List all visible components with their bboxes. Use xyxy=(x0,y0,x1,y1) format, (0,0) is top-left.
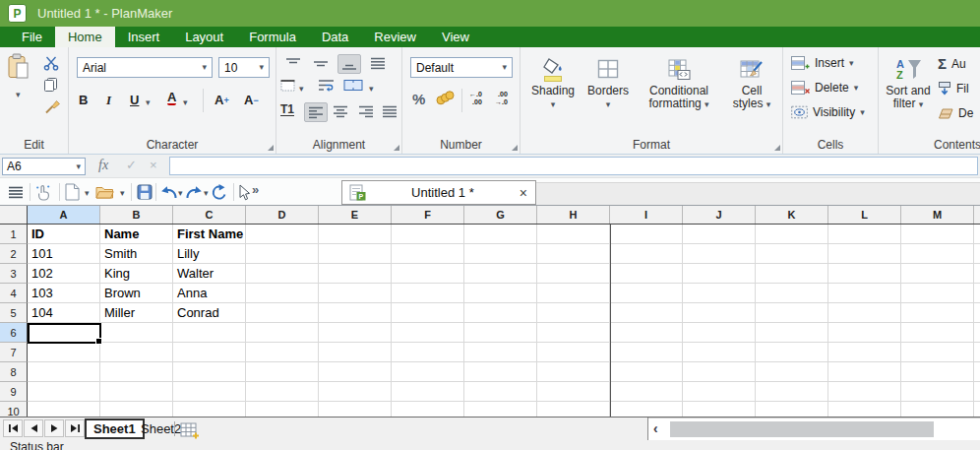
cell-D10[interactable] xyxy=(246,402,319,417)
cell-A3[interactable]: 102 xyxy=(28,264,100,284)
row-header-3[interactable]: 3 xyxy=(0,264,28,284)
cell-M8[interactable] xyxy=(901,362,974,382)
cell-A8[interactable] xyxy=(28,362,100,382)
cell-J10[interactable] xyxy=(683,402,756,417)
cell-G2[interactable] xyxy=(464,244,537,264)
cell-H1[interactable] xyxy=(537,225,610,244)
cell-D2[interactable] xyxy=(246,244,319,264)
cell-styles-caret-icon[interactable]: ▾ xyxy=(766,99,771,109)
undo-caret-icon[interactable]: ▾ xyxy=(178,189,183,198)
cell-C1[interactable]: First Name xyxy=(173,225,246,244)
cell-B10[interactable] xyxy=(100,402,173,417)
delete-contents-button[interactable]: De xyxy=(938,106,973,120)
format-painter-button[interactable] xyxy=(43,98,60,115)
cell-H4[interactable] xyxy=(537,284,610,303)
cell-E6[interactable] xyxy=(319,323,392,343)
font-name-combobox[interactable]: Arial ▾ xyxy=(77,57,213,78)
font-name-caret-icon[interactable]: ▾ xyxy=(202,63,207,72)
column-header-C[interactable]: C xyxy=(173,206,246,224)
column-header-A[interactable]: A xyxy=(28,206,100,224)
delete-cells-button[interactable]: Delete ▾ xyxy=(791,81,858,95)
cell-J9[interactable] xyxy=(683,382,756,402)
cell-N4[interactable] xyxy=(974,284,980,303)
row-header-9[interactable]: 9 xyxy=(0,382,28,402)
cell-E5[interactable] xyxy=(319,303,392,323)
format-dialog-launcher[interactable] xyxy=(774,145,780,151)
cell-E4[interactable] xyxy=(319,284,392,303)
cell-G10[interactable] xyxy=(464,402,537,417)
cell-K10[interactable] xyxy=(756,402,828,417)
cell-C9[interactable] xyxy=(173,382,246,402)
cell-A7[interactable] xyxy=(28,343,100,362)
cell-C3[interactable]: Walter xyxy=(173,264,246,284)
column-header-J[interactable]: J xyxy=(683,206,756,224)
shading-button[interactable]: Shading ▾ xyxy=(526,53,580,110)
alignment-dialog-launcher[interactable] xyxy=(394,145,399,151)
cell-I2[interactable] xyxy=(610,244,683,264)
cell-K7[interactable] xyxy=(756,343,828,362)
row-header-6[interactable]: 6 xyxy=(0,323,28,343)
cell-A10[interactable] xyxy=(28,402,100,417)
cell-N3[interactable] xyxy=(974,264,980,284)
redo-caret-icon[interactable]: ▾ xyxy=(204,189,209,198)
cell-C7[interactable] xyxy=(173,343,246,362)
cell-B9[interactable] xyxy=(100,382,173,402)
font-size-caret-icon[interactable]: ▾ xyxy=(259,63,264,72)
new-document-button[interactable] xyxy=(65,182,80,202)
merge-cells-caret-icon[interactable]: ▾ xyxy=(369,85,374,94)
cell-D7[interactable] xyxy=(246,343,319,362)
cell-F8[interactable] xyxy=(392,362,464,382)
cell-J8[interactable] xyxy=(683,362,756,382)
shrink-font-button[interactable]: A− xyxy=(244,93,259,107)
cell-I6[interactable] xyxy=(610,323,683,343)
horizontal-scrollbar-thumb[interactable] xyxy=(670,421,934,437)
font-color-button[interactable]: A xyxy=(167,91,176,105)
cell-I1[interactable] xyxy=(610,225,683,244)
cell-B1[interactable]: Name xyxy=(100,225,173,244)
cell-H7[interactable] xyxy=(537,343,610,362)
open-document-button[interactable] xyxy=(95,182,114,202)
cell-D4[interactable] xyxy=(246,284,319,303)
cell-L8[interactable] xyxy=(828,362,901,382)
cell-M6[interactable] xyxy=(901,323,974,343)
cell-M5[interactable] xyxy=(901,303,974,323)
add-decimal-button[interactable]: ←.0.00 xyxy=(469,91,482,105)
cell-L5[interactable] xyxy=(828,303,901,323)
conditional-formatting-button[interactable]: Conditional formatting ▾ xyxy=(639,53,719,110)
cell-F1[interactable] xyxy=(392,225,464,244)
text-orientation-button[interactable]: T1 xyxy=(280,103,294,116)
cell-N9[interactable] xyxy=(974,382,980,402)
cell-C6[interactable] xyxy=(173,323,246,343)
cell-C10[interactable] xyxy=(173,402,246,417)
autosum-button[interactable]: Σ Au xyxy=(938,55,966,72)
cell-J5[interactable] xyxy=(683,303,756,323)
bold-button[interactable]: B xyxy=(79,93,88,107)
cell-G4[interactable] xyxy=(464,284,537,303)
cell-H5[interactable] xyxy=(537,303,610,323)
cell-I8[interactable] xyxy=(610,362,683,382)
cell-J4[interactable] xyxy=(683,284,756,303)
percent-format-button[interactable]: % xyxy=(412,91,425,107)
cell-C8[interactable] xyxy=(173,362,246,382)
cell-N6[interactable] xyxy=(974,323,980,343)
cell-H9[interactable] xyxy=(537,382,610,402)
cell-G9[interactable] xyxy=(464,382,537,402)
cell-G7[interactable] xyxy=(464,343,537,362)
cell-H10[interactable] xyxy=(537,402,610,417)
repeat-button[interactable] xyxy=(211,182,227,202)
paste-button[interactable] xyxy=(8,53,30,80)
grow-font-button[interactable]: A+ xyxy=(214,93,229,107)
cell-L7[interactable] xyxy=(828,343,901,362)
visibility-button[interactable]: Visibility ▾ xyxy=(791,105,865,119)
column-header-D[interactable]: D xyxy=(246,206,319,224)
column-header-K[interactable]: K xyxy=(756,206,828,224)
cell-L2[interactable] xyxy=(828,244,901,264)
cell-D6[interactable] xyxy=(246,323,319,343)
cell-F6[interactable] xyxy=(392,323,464,343)
align-justify-button[interactable] xyxy=(379,102,400,120)
cell-M9[interactable] xyxy=(901,382,974,402)
menu-tab-home[interactable]: Home xyxy=(55,27,115,47)
cell-borders-caret-icon[interactable]: ▾ xyxy=(299,85,304,94)
cell-L10[interactable] xyxy=(828,402,901,417)
document-tab[interactable]: P Untitled 1 * × xyxy=(341,180,536,205)
